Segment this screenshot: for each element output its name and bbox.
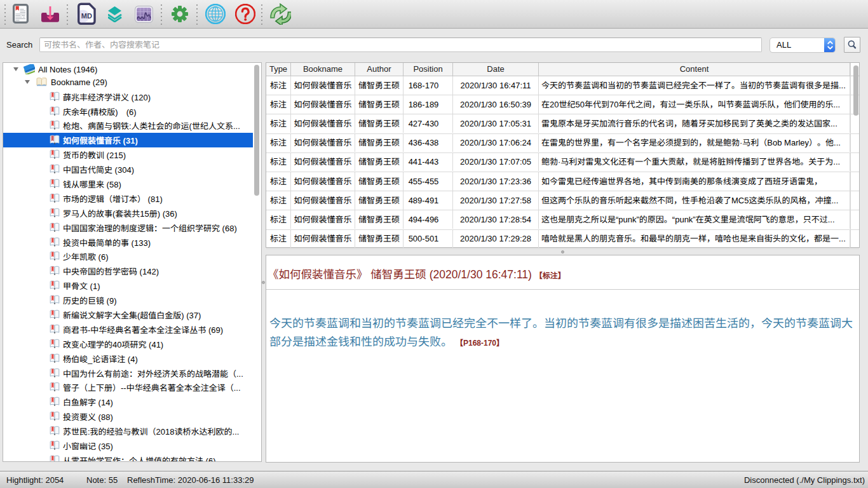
svg-text:MD: MD: [81, 12, 92, 20]
